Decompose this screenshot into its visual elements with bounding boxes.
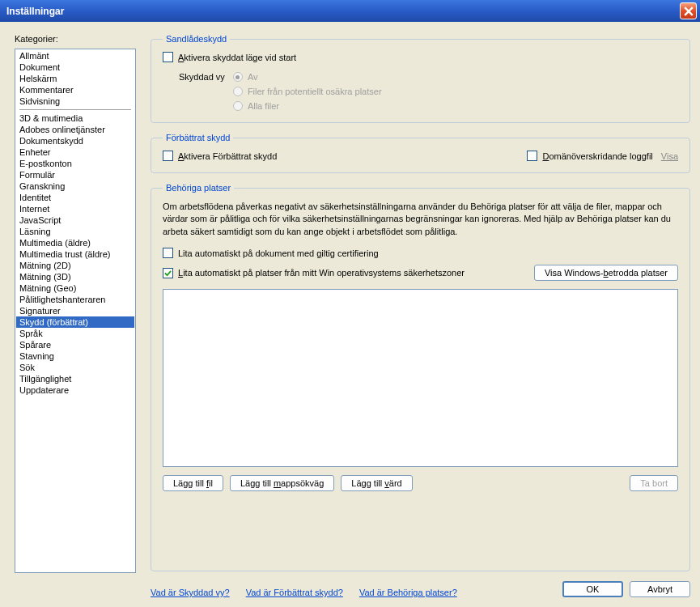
category-listbox[interactable]: AllmäntDokumentHelskärmKommentarerSidvis… [15, 49, 136, 573]
sidebar-item[interactable]: Dokumentskydd [16, 135, 134, 146]
sidebar-item[interactable]: Helskärm [16, 73, 134, 84]
trust-os-zones-checkbox[interactable] [163, 268, 173, 278]
sidebar-item[interactable]: Adobes onlinetjänster [16, 124, 134, 135]
sidebar-item[interactable]: Uppdaterare [16, 384, 134, 396]
sidebar-item[interactable]: Identitet [16, 192, 134, 203]
sidebar-item[interactable]: Stavning [16, 350, 134, 362]
sidebar-item[interactable]: Multimedia trust (äldre) [16, 248, 134, 260]
close-icon [684, 6, 694, 16]
privileged-locations-listbox[interactable] [163, 289, 678, 467]
trust-cert-docs-label: Lita automatiskt på dokument med giltig … [178, 248, 379, 258]
enable-protected-start-checkbox[interactable] [163, 52, 173, 62]
sidebar-item[interactable]: Dokument [16, 62, 134, 73]
sidebar-item[interactable]: Läsning [16, 226, 134, 237]
sidebar-divider [19, 109, 131, 110]
ok-button[interactable]: OK [562, 581, 623, 597]
radio-unsafe [233, 87, 243, 96]
radio-unsafe-label: Filer från potentiellt osäkra platser [248, 87, 382, 96]
sidebar-item[interactable]: Språk [16, 328, 134, 339]
enhanced-group: Förbättrat skydd Aktivera Förbättrat sky… [151, 133, 690, 173]
privileged-group: Behöriga platser Om arbetsflödena påverk… [151, 183, 690, 571]
radio-all [233, 101, 243, 111]
privileged-info: Om arbetsflödena påverkas negativt av sä… [163, 201, 678, 238]
enable-enhanced-label: Aktivera Förbättrat skydd [178, 151, 277, 161]
sidebar-item[interactable]: Internet [16, 203, 134, 214]
view-win-trusted-button[interactable]: Visa Windows-betrodda platser [534, 265, 678, 281]
sidebar: Kategorier: AllmäntDokumentHelskärmKomme… [15, 34, 136, 597]
main-panel: Sandlådeskydd Aktivera skyddat läge vid … [151, 34, 690, 597]
sidebar-item[interactable]: Sidvisning [16, 96, 134, 107]
enhanced-legend: Förbättrat skydd [163, 133, 233, 142]
sidebar-item[interactable]: 3D & mutimedia [16, 112, 134, 124]
link-privileged[interactable]: Vad är Behöriga platser? [359, 588, 457, 597]
link-enhanced[interactable]: Vad är Förbättrat skydd? [246, 588, 343, 597]
radio-off [233, 72, 243, 82]
sidebar-item[interactable]: Sök [16, 362, 134, 373]
sidebar-item[interactable]: Mätning (2D) [16, 260, 134, 271]
add-file-button[interactable]: Lägg till fil [163, 475, 223, 491]
add-host-button[interactable]: Lägg till värd [341, 475, 412, 491]
protected-view-label: Skyddad vy [179, 72, 225, 82]
enable-protected-start-label: Aktivera skyddat läge vid start [178, 53, 296, 62]
sandbox-group: Sandlådeskydd Aktivera skyddat läge vid … [151, 34, 690, 123]
cross-domain-log-label: Domänöverskridande loggfil [542, 151, 652, 161]
sidebar-item[interactable]: Skydd (förbättrat) [16, 316, 134, 328]
sidebar-item[interactable]: Multimedia (äldre) [16, 237, 134, 248]
radio-off-label: Av [248, 72, 258, 82]
sidebar-item[interactable]: Spårare [16, 339, 134, 350]
cancel-button[interactable]: Avbryt [630, 581, 690, 597]
sidebar-item[interactable]: Allmänt [16, 50, 134, 62]
trust-os-zones-label: Lita automatiskt på platser från mitt Wi… [178, 268, 465, 278]
privileged-legend: Behöriga platser [163, 183, 234, 193]
sidebar-item[interactable]: Granskning [16, 180, 134, 192]
trust-cert-docs-checkbox[interactable] [163, 248, 173, 258]
dialog-footer: OK Avbryt [562, 581, 690, 597]
sidebar-item[interactable]: Mätning (3D) [16, 271, 134, 282]
sidebar-item[interactable]: Pålitlighetshanteraren [16, 294, 134, 305]
close-button[interactable] [680, 2, 697, 19]
cross-domain-log-checkbox[interactable] [527, 151, 537, 161]
sidebar-item[interactable]: Formulär [16, 169, 134, 180]
categories-label: Kategorier: [15, 34, 136, 44]
sidebar-item[interactable]: Enheter [16, 146, 134, 158]
remove-button: Ta bort [630, 475, 678, 491]
sidebar-item[interactable]: Kommentarer [16, 84, 134, 96]
sandbox-legend: Sandlådeskydd [163, 34, 230, 44]
radio-all-label: Alla filer [248, 101, 279, 111]
add-folder-button[interactable]: Lägg till mappsökväg [230, 475, 334, 491]
sidebar-item[interactable]: Mätning (Geo) [16, 282, 134, 294]
sidebar-item[interactable]: JavaScript [16, 214, 134, 226]
titlebar: Inställningar [0, 0, 700, 22]
enable-enhanced-checkbox[interactable] [163, 151, 173, 161]
link-protected-view[interactable]: Vad är Skyddad vy? [151, 588, 230, 597]
window-title: Inställningar [6, 6, 64, 17]
protected-view-radio-group: Av Filer från potentiellt osäkra platser… [233, 72, 382, 111]
sidebar-item[interactable]: E-postkonton [16, 158, 134, 169]
sidebar-item[interactable]: Tillgänglighet [16, 373, 134, 384]
sidebar-item[interactable]: Signaturer [16, 305, 134, 316]
visa-link[interactable]: Visa [661, 151, 678, 161]
